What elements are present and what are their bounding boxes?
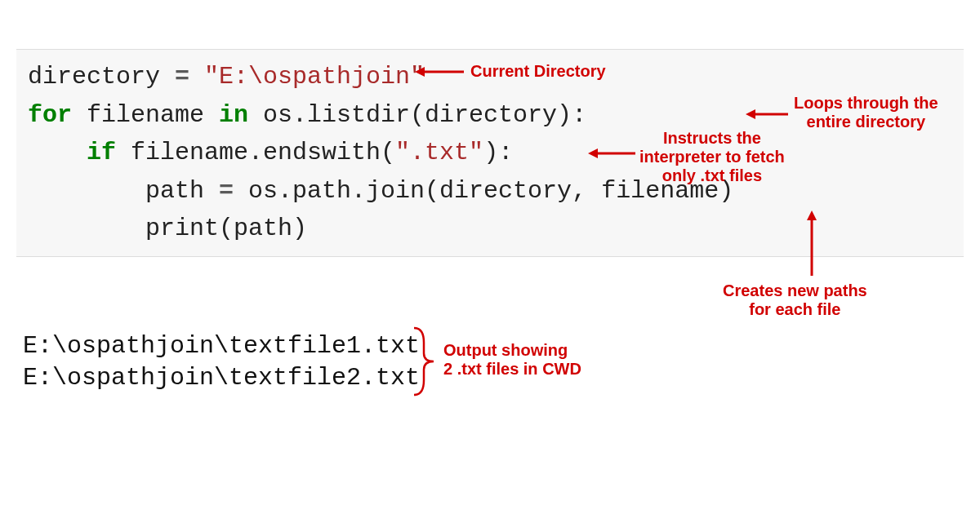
svg-marker-5 <box>588 148 598 158</box>
arrow-left-icon <box>415 64 464 80</box>
arrow-left-icon <box>746 106 788 122</box>
svg-marker-3 <box>746 109 755 119</box>
code-line-5: print(path) <box>28 215 307 242</box>
svg-marker-1 <box>415 67 425 77</box>
code-line-3: if filename.endswith(".txt"): <box>28 139 513 166</box>
arrow-left-icon <box>588 145 635 162</box>
code-line-1: directory = "E:\ospathjoin" <box>28 63 425 91</box>
annotation-loops-through: Loops through theentire directory <box>794 94 938 131</box>
output-block: E:\ospathjoin\textfile1.txt E:\ospathjoi… <box>23 330 420 394</box>
curly-brace-icon <box>412 326 437 397</box>
output-line-2: E:\ospathjoin\textfile2.txt <box>23 364 420 392</box>
code-line-2: for filename in os.listdir(directory): <box>28 101 586 129</box>
annotation-creates-paths: Creates new pathsfor each file <box>723 281 867 319</box>
output-line-1: E:\ospathjoin\textfile1.txt <box>23 332 420 360</box>
arrow-up-icon <box>804 210 820 276</box>
annotation-instructs: Instructs theinterpreter to fetchonly .t… <box>639 129 785 185</box>
code-line-4: path = os.path.join(directory, filename) <box>28 177 733 205</box>
annotation-current-directory: Current Directory <box>470 62 606 81</box>
svg-marker-7 <box>807 210 817 220</box>
annotation-output: Output showing2 .txt files in CWD <box>443 341 581 379</box>
